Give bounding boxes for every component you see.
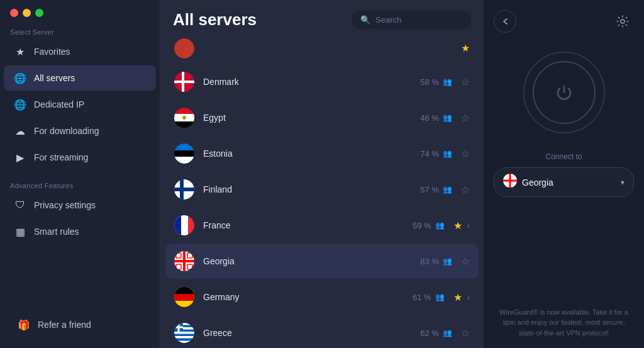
table-row[interactable]: Estonia 74 % 👥 ☆: [165, 136, 479, 171]
table-row[interactable]: Denmark 58 % 👥 ☆: [165, 64, 479, 99]
sidebar-item-label: For downloading: [34, 126, 99, 136]
selected-country-flag: [503, 174, 517, 191]
svg-rect-42: [503, 180, 517, 182]
sidebar-item-refer-friend[interactable]: 🎁 Refer a friend: [8, 312, 152, 337]
table-row[interactable]: Greece 62 % 👥 ☆: [165, 315, 479, 348]
users-icon: 👥: [443, 77, 452, 86]
server-load: 62 %: [420, 328, 439, 338]
table-row[interactable]: Georgia 83 % 👥 ☆: [165, 244, 479, 279]
server-name: Finland: [203, 184, 420, 194]
flag-finland: [174, 179, 194, 199]
wireguard-promo: WireGuard® is now available. Take it for…: [494, 297, 634, 339]
favorite-star[interactable]: ☆: [461, 184, 470, 196]
svg-point-0: [174, 38, 194, 59]
server-name: Germany: [203, 292, 413, 302]
sidebar-item-label: Dedicated IP: [34, 99, 84, 109]
svg-rect-12: [174, 188, 194, 191]
power-button-area: [523, 52, 605, 133]
svg-point-6: [182, 116, 186, 120]
table-row[interactable]: France 59 % 👥 ★ ›: [165, 208, 479, 243]
svg-rect-34: [174, 336, 194, 339]
server-load: 61 %: [413, 293, 431, 302]
sidebar-item-label: All servers: [34, 73, 75, 83]
star-icon: ★: [14, 45, 26, 58]
power-circle-outer: [523, 52, 605, 133]
dedicated-ip-icon: 🌐: [14, 98, 26, 111]
search-icon: 🔍: [360, 15, 370, 25]
sidebar-item-smart-rules[interactable]: ▦ Smart rules: [4, 219, 156, 244]
search-input[interactable]: [375, 15, 462, 25]
svg-rect-13: [180, 179, 184, 199]
server-name: Estonia: [203, 149, 420, 159]
sidebar-item-label: Privacy settings: [34, 200, 96, 210]
sidebar-item-all-servers[interactable]: 🌐 All servers: [4, 65, 156, 91]
download-icon: ☁: [14, 125, 26, 137]
favorite-star[interactable]: ☆: [461, 112, 470, 124]
flag-denmark: [174, 72, 194, 92]
sidebar-item-label: For streaming: [34, 152, 88, 162]
server-load: 57 %: [420, 185, 439, 194]
table-row[interactable]: ★: [165, 36, 479, 61]
right-panel-header: [494, 10, 634, 33]
sidebar: Select Server ★ Favorites 🌐 All servers …: [0, 0, 160, 348]
favorite-star[interactable]: ☆: [461, 148, 470, 160]
table-row[interactable]: Germany 61 % 👥 ★ ›: [165, 279, 479, 315]
users-icon: 👥: [443, 257, 452, 266]
maximize-button[interactable]: [35, 9, 43, 17]
favorite-star[interactable]: ☆: [461, 327, 470, 339]
connect-to-label: Connect to: [545, 152, 582, 161]
flag-partial: [174, 38, 194, 59]
page-title: All servers: [173, 10, 341, 30]
sidebar-item-for-streaming[interactable]: ▶ For streaming: [4, 145, 156, 170]
svg-rect-10: [174, 157, 194, 164]
gift-icon: 🎁: [18, 318, 30, 331]
back-button[interactable]: [494, 10, 516, 33]
connect-dropdown[interactable]: Georgia ▾: [494, 167, 634, 197]
grid-icon: ▦: [14, 225, 26, 238]
traffic-lights: [0, 0, 160, 23]
users-icon: 👥: [443, 328, 452, 337]
selected-country-name: Georgia: [522, 177, 616, 188]
table-row[interactable]: Finland 57 % 👥 ☆: [165, 172, 479, 207]
right-panel: Connect to Georgia ▾ WireGuard® is now a…: [484, 0, 644, 348]
chevron-right-icon: ›: [467, 221, 470, 230]
close-button[interactable]: [10, 9, 18, 17]
favorite-star[interactable]: ★: [453, 220, 462, 232]
favorite-star[interactable]: ☆: [461, 255, 470, 267]
sidebar-item-favorites[interactable]: ★ Favorites: [4, 39, 156, 64]
svg-rect-31: [174, 323, 194, 325]
server-load: 46 %: [420, 113, 439, 123]
svg-rect-20: [174, 260, 194, 262]
favorite-star[interactable]: ☆: [461, 76, 470, 88]
favorite-star[interactable]: ★: [453, 291, 462, 303]
sidebar-item-label: Favorites: [34, 47, 70, 57]
svg-rect-38: [174, 327, 183, 328]
svg-rect-17: [174, 215, 181, 235]
settings-button[interactable]: [611, 10, 634, 33]
shield-icon: 🛡: [14, 199, 26, 211]
sidebar-item-label: Smart rules: [34, 227, 79, 237]
table-row[interactable]: Egypt 46 % 👥 ☆: [165, 100, 479, 135]
server-name: Egypt: [203, 113, 420, 123]
svg-rect-3: [174, 81, 194, 83]
flag-estonia: [174, 143, 194, 164]
minimize-button[interactable]: [23, 9, 31, 17]
section-label-advanced: Advanced Features: [0, 177, 160, 192]
sidebar-item-for-downloading[interactable]: ☁ For downloading: [4, 118, 156, 143]
favorite-star[interactable]: ★: [461, 42, 470, 54]
users-icon: 👥: [435, 221, 445, 230]
power-button[interactable]: [533, 61, 596, 124]
flag-egypt: [174, 108, 194, 128]
server-name: Greece: [203, 328, 420, 338]
svg-rect-28: [174, 287, 194, 294]
sidebar-bottom: 🎁 Refer a friend: [0, 305, 160, 348]
users-icon: 👥: [443, 185, 452, 194]
server-name: Georgia: [203, 256, 420, 266]
search-bar[interactable]: 🔍: [352, 11, 471, 29]
server-load: 83 %: [420, 257, 439, 266]
flag-france: [174, 215, 194, 235]
svg-point-39: [621, 20, 625, 23]
users-icon: 👥: [435, 293, 445, 301]
sidebar-item-privacy-settings[interactable]: 🛡 Privacy settings: [4, 193, 156, 218]
sidebar-item-dedicated-ip[interactable]: 🌐 Dedicated IP: [4, 92, 156, 117]
